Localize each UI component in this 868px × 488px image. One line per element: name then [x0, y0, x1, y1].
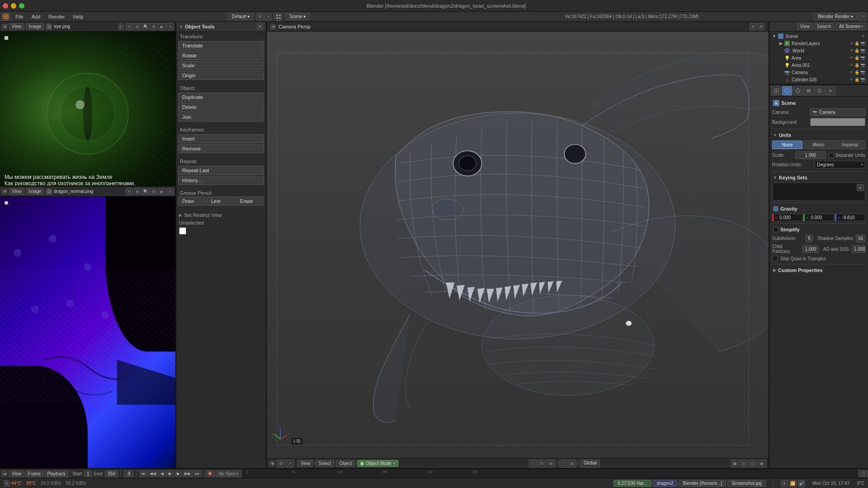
units-section-header[interactable]: ▼ Units [772, 131, 865, 139]
w-icon1[interactable]: 👁 [849, 48, 854, 53]
skip-quad-checkbox[interactable] [772, 256, 778, 261]
play-btn[interactable]: ▶ [166, 470, 174, 477]
minimize-btn[interactable] [11, 3, 16, 9]
vbb-object-btn[interactable]: Object [336, 460, 355, 467]
gravity-header[interactable]: Gravity [772, 205, 865, 213]
overlay-icon[interactable]: ◎ [740, 460, 748, 468]
mv-ctrl1[interactable]: ✕ [750, 23, 757, 30]
w-icon2[interactable]: 🔒 [854, 48, 859, 53]
rl-icon2[interactable]: 🔒 [854, 41, 859, 46]
main-viewport-menu[interactable]: ◀ [270, 24, 276, 29]
rl-icon3[interactable]: 📷 [860, 41, 865, 46]
outliner-area001[interactable]: ▶ 💡 Area.001 👁 🔒 📷 [770, 61, 867, 69]
bottom-viewport-menu[interactable]: ◀ [2, 189, 7, 194]
ctrl3[interactable]: 🔍 [142, 23, 149, 30]
object-mode-btn[interactable]: Object Mode ▾ [357, 460, 398, 467]
audio-icon[interactable]: 🔇 [205, 470, 215, 477]
vbb-select-btn[interactable]: Select [316, 460, 335, 467]
layout-icon2[interactable]: ✕ [264, 13, 272, 20]
remove-btn[interactable]: Remove [178, 144, 264, 153]
render-mode-icon[interactable]: ▣ [731, 460, 739, 468]
none-btn[interactable]: None [772, 141, 802, 149]
cyl-icon1[interactable]: 👁 [849, 77, 854, 82]
scene-eye[interactable]: 👁 [861, 34, 865, 38]
outliner-area[interactable]: ▶ 💡 Area 👁 🔒 📷 [770, 54, 867, 61]
outliner-world[interactable]: ▶ World 👁 🔒 📷 [770, 47, 867, 54]
tray-icon2[interactable]: 📶 [789, 480, 797, 487]
cam-icon2[interactable]: 🔒 [854, 70, 859, 75]
w-icon3[interactable]: 📷 [860, 48, 865, 53]
cyl-icon2[interactable]: 🔒 [854, 77, 859, 82]
outliner-camera[interactable]: ▶ 📷 Camera 👁 🔒 📷 [770, 69, 867, 76]
image-btn-top[interactable]: Image [26, 23, 44, 30]
blender-task[interactable]: Blender [/home/s...] [679, 480, 726, 487]
outliner-renderlayers[interactable]: ▶ R RenderLayers 👁 🔒 📷 [770, 40, 867, 47]
separate-units-checkbox[interactable] [829, 153, 834, 158]
snap-icon[interactable]: ⊙ [749, 460, 757, 468]
scene-task[interactable]: dragon2 [653, 480, 678, 487]
b-ctrl4[interactable]: ⚙ [150, 188, 157, 195]
ctrl5[interactable]: ▶ [158, 23, 165, 30]
join-btn[interactable]: Join [178, 113, 264, 122]
dragon-3d-view[interactable]: X Y Z (-9) [267, 32, 769, 458]
origin-btn[interactable]: Origin [178, 71, 264, 80]
jump-end-btn[interactable]: ⏭ [193, 470, 201, 477]
constraint-tab-icon[interactable] [815, 86, 825, 95]
scene-dropdown[interactable]: Scene ▾ [285, 13, 310, 20]
draw-btn[interactable]: Draw [178, 197, 206, 206]
gravity-checkbox[interactable] [773, 206, 778, 211]
scale-value[interactable]: 1.000 [795, 151, 826, 159]
a-icon1[interactable]: 👁 [849, 56, 854, 60]
tool-solid[interactable]: ⬚ [559, 460, 567, 468]
keying-sets-add-btn[interactable]: + [857, 184, 864, 191]
a001-icon2[interactable]: 🔒 [854, 63, 859, 67]
timeline-frame-btn[interactable]: Frame [25, 470, 44, 477]
a001-icon3[interactable]: 📷 [860, 63, 865, 67]
ot-close-icon[interactable]: ✕ [257, 23, 263, 30]
prev-frame-btn[interactable]: ◀◀ [148, 470, 158, 477]
tray-icon1[interactable]: ⬆ [781, 480, 788, 487]
global-btn[interactable]: Global [580, 460, 600, 468]
engine-dropdown[interactable]: Blender Render ▾ [814, 13, 857, 20]
screenshot-task[interactable]: Screenshot.jpg [727, 480, 766, 487]
duplicate-btn[interactable]: Duplicate [178, 93, 264, 102]
child-particles-value[interactable]: 1.000 [802, 245, 818, 253]
next-keyframe-btn[interactable]: ▶ [175, 470, 182, 477]
timeline-view-btn[interactable]: View [9, 470, 24, 477]
camera-selector[interactable]: 📷 Camera [810, 108, 865, 116]
scene-tab-icon[interactable] [782, 86, 792, 95]
erase-btn[interactable]: Erase [236, 197, 264, 206]
maximize-btn[interactable] [19, 3, 24, 9]
vbb-icon2[interactable]: ↗ [286, 460, 294, 468]
end-frame[interactable]: 250 [105, 470, 118, 477]
unselected-color[interactable] [179, 227, 186, 235]
insert-btn[interactable]: Insert [178, 134, 264, 143]
f-btn[interactable]: F [118, 23, 124, 30]
menu-help[interactable]: Help [69, 13, 87, 20]
repeat-last-btn[interactable]: Repeat Last [178, 166, 264, 175]
timeline-menu[interactable]: ◀ [2, 471, 7, 476]
view-btn-bottom[interactable]: View [9, 188, 24, 195]
b-ctrl5[interactable]: ▶ [158, 188, 165, 195]
rotation-dropdown[interactable]: Degrees ▾ [815, 161, 865, 169]
tool-scale[interactable]: ⊕ [547, 460, 555, 468]
translate-btn[interactable]: Translate [178, 41, 264, 50]
b-ctrl6[interactable]: ≡ [166, 188, 174, 195]
ctrl2[interactable]: ⊕ [134, 23, 141, 30]
shadow-samples-value[interactable]: 16 [856, 235, 865, 242]
layout-icon1[interactable]: ⊞ [256, 13, 264, 20]
ctrl6[interactable]: ≡ [166, 23, 174, 30]
all-scenes-dropdown[interactable]: All Scenes ▾ [836, 23, 866, 30]
menu-add[interactable]: Add [28, 13, 44, 20]
menu-render[interactable]: Render [45, 13, 68, 20]
simplify-checkbox[interactable] [773, 227, 778, 232]
viewport-menu-icon[interactable]: ◀ [2, 24, 7, 29]
set-restrict-view[interactable]: ▶ Set Restrict View [176, 211, 266, 219]
tool-translate[interactable]: ↔ [529, 460, 537, 468]
proportional-icon[interactable]: ◉ [758, 460, 766, 468]
b-ctrl2[interactable]: ⊕ [134, 188, 141, 195]
vbb-view-btn[interactable]: View [297, 460, 314, 467]
info-icon[interactable]: ? [858, 13, 866, 21]
outliner-scene[interactable]: ▼ Scene 👁 [770, 33, 867, 40]
cam-icon1[interactable]: 👁 [849, 70, 854, 75]
